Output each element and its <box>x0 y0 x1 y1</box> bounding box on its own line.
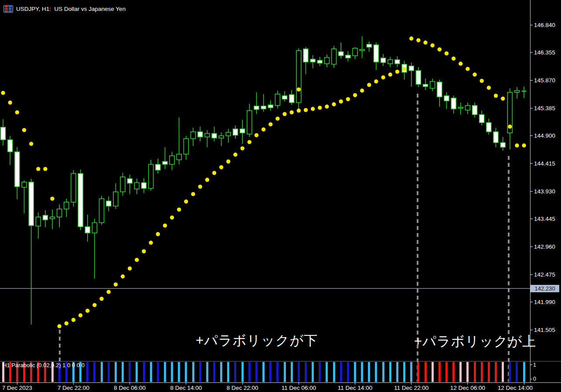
sar-dot <box>402 67 406 71</box>
sar-dot <box>515 143 519 147</box>
candle-bear <box>1 127 6 140</box>
candle-bear <box>346 55 350 58</box>
sar-dot <box>233 152 237 156</box>
candle-bull <box>353 48 357 56</box>
sar-dot <box>466 67 469 71</box>
candle-bear <box>310 59 315 62</box>
candle-bull <box>191 132 196 139</box>
histogram-bar <box>326 362 328 382</box>
candle-bear <box>142 182 146 188</box>
candle-bear <box>381 58 386 63</box>
sar-dot <box>395 70 399 74</box>
candle-bear <box>127 179 132 183</box>
icon-blue-bars <box>9 6 12 12</box>
candle-bear <box>43 215 48 220</box>
sar-dot <box>149 241 153 245</box>
histogram-bar <box>192 362 194 382</box>
candle-bull <box>170 156 174 165</box>
histogram-bar <box>171 362 173 382</box>
candle-bear <box>317 60 322 63</box>
candle-bear <box>500 142 505 147</box>
candle-bear <box>444 96 449 101</box>
candle-bull <box>514 91 519 92</box>
histogram-bar <box>206 362 208 382</box>
histogram-bar <box>333 362 335 382</box>
sar-dot <box>374 79 378 83</box>
symbol-chart-icon <box>3 5 13 13</box>
histogram-bar <box>375 362 377 382</box>
sar-dot <box>36 167 40 171</box>
sar-dot <box>8 101 12 105</box>
sar-dot <box>473 73 476 77</box>
sar-dot <box>438 47 442 51</box>
candle-bull <box>64 202 69 209</box>
candle-bull <box>247 111 252 134</box>
histogram-bar <box>389 362 391 382</box>
histogram-bar <box>382 362 384 382</box>
sar-dot <box>297 108 301 112</box>
histogram-bar <box>312 362 314 382</box>
histogram-bar <box>143 362 145 382</box>
candle-bear <box>268 105 273 108</box>
sar-dot <box>170 216 174 220</box>
histogram-bar <box>347 362 349 382</box>
candle-bear <box>437 82 442 97</box>
histogram-bar <box>445 362 448 382</box>
candle-bear <box>367 44 371 47</box>
histogram-bar <box>255 362 258 382</box>
sar-dot <box>388 73 392 77</box>
sar-dot <box>487 86 491 90</box>
candle-bear <box>339 52 343 56</box>
histogram-bar <box>276 362 279 382</box>
histogram-bar <box>234 362 236 382</box>
histogram-bar <box>136 362 138 382</box>
sar-dot <box>248 140 252 144</box>
candle-bull <box>99 199 104 223</box>
histogram-bar <box>495 362 497 382</box>
sar-dot <box>205 178 209 182</box>
candle-bear <box>261 106 266 109</box>
sar-dot <box>177 207 181 211</box>
sar-dot <box>92 303 96 307</box>
candle-bear <box>212 133 217 138</box>
candle-bull <box>57 209 62 217</box>
sar-dot <box>22 128 26 132</box>
histogram-bar <box>213 362 215 382</box>
sar-dot <box>240 146 244 150</box>
histogram-bar <box>417 362 419 382</box>
candle-bull <box>113 192 118 206</box>
time-axis[interactable] <box>0 382 561 392</box>
sar-dot <box>226 159 230 163</box>
histogram-bar <box>459 362 462 382</box>
histogram-bar <box>129 362 131 382</box>
histogram-bar <box>432 362 434 382</box>
candle-bear <box>289 95 294 102</box>
histogram-bar <box>361 362 363 382</box>
sar-dot <box>325 105 329 108</box>
candle-bull <box>226 132 231 136</box>
sar-dot <box>332 102 336 106</box>
sar-dot <box>311 107 315 111</box>
candle-bull <box>184 139 188 154</box>
sar-dot <box>459 62 462 66</box>
price-axis[interactable] <box>530 0 561 382</box>
histogram-bar <box>488 362 490 382</box>
candle-bear <box>451 98 456 109</box>
sar-dot <box>494 94 498 98</box>
histogram-bar <box>502 362 504 382</box>
candle-bear <box>416 71 421 84</box>
sar-dot <box>282 112 286 116</box>
candle-bear <box>409 66 414 71</box>
sar-dot <box>360 88 364 92</box>
candle-bear <box>163 162 167 165</box>
histogram-bar <box>403 362 405 382</box>
sar-dot <box>318 106 322 110</box>
sar-dot <box>353 93 357 97</box>
histogram-bar <box>178 362 180 382</box>
histogram-bar <box>474 362 476 382</box>
candle-bear <box>8 140 13 152</box>
histogram-bar <box>396 362 398 382</box>
histogram-bar <box>157 362 159 382</box>
candle-bear <box>395 60 400 64</box>
histogram-bar <box>298 362 300 382</box>
